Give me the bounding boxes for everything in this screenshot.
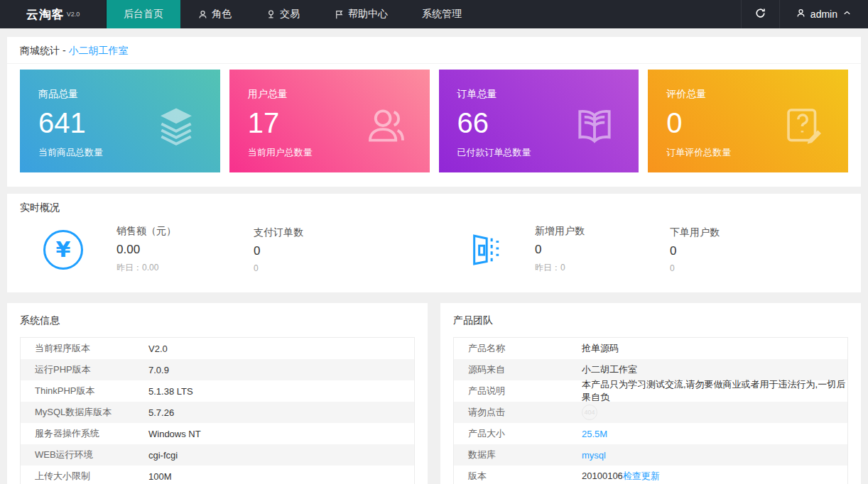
table-row: 运行PHP版本 7.0.9 [21, 359, 414, 380]
product-size-link[interactable]: 25.5M [582, 429, 607, 439]
row-value: 404 [582, 405, 597, 420]
check-update-link[interactable]: 检查更新 [623, 471, 660, 481]
stat-label: 支付订单数 [254, 226, 465, 239]
table-row: 产品说明 本产品只为学习测试交流,请勿要做商业或者用于违法行为,一切后果自负 [454, 380, 847, 402]
stat-card-products: 商品总量 641 当前商品总数量 [20, 70, 220, 172]
refresh-icon [754, 7, 766, 21]
stat-card-orders: 订单总量 66 已付款订单总数量 [439, 70, 639, 172]
table-row: 服务器操作系统 Windows NT [21, 423, 414, 444]
row-label: ThinkPHP版本 [21, 385, 148, 397]
nav-item-trade[interactable]: 交易 [249, 0, 317, 28]
do-not-click-badge[interactable]: 404 [582, 405, 597, 420]
realtime-stat-paid-orders: 支付订单数 0 0 [254, 226, 465, 273]
refresh-button[interactable] [741, 0, 779, 28]
system-info-table: 当前程序版本 V2.0 运行PHP版本 7.0.9 ThinkPHP版本 5.1… [20, 337, 415, 484]
nav-item-label: 角色 [212, 8, 232, 21]
nav-item-dashboard[interactable]: 后台首页 [107, 0, 180, 28]
table-row: 产品名称 抢单源码 [454, 338, 847, 359]
flag-icon [334, 9, 345, 20]
scale-icon [266, 9, 276, 20]
row-label: WEB运行环境 [21, 449, 148, 461]
row-value: Windows NT [148, 429, 201, 439]
row-label: 源码来自 [454, 363, 582, 376]
shop-stats-separator: - [63, 45, 66, 56]
row-value: mysql [582, 450, 606, 461]
stat-card-title: 用户总量 [248, 88, 411, 101]
version-value: 20100106 [582, 471, 623, 481]
stat-card-reviews: 评价总量 0 订单评价总数量 [648, 70, 848, 172]
table-row: ThinkPHP版本 5.1.38 LTS [21, 380, 414, 402]
nav-item-label: 系统管理 [422, 8, 462, 21]
stat-value: 0 [670, 244, 720, 258]
user-icon [796, 8, 806, 21]
system-info-title: 系统信息 [20, 314, 415, 327]
row-label: 产品说明 [454, 385, 582, 397]
stat-card-desc: 当前用户总数量 [248, 146, 411, 159]
logo[interactable]: 云淘客V2.0 [0, 0, 107, 28]
row-value: 小二胡工作室 [582, 363, 637, 376]
product-team-title: 产品团队 [453, 314, 848, 327]
row-label: 数据库 [454, 449, 582, 461]
product-team-table: 产品名称 抢单源码 源码来自 小二胡工作室 产品说明 本产品只为学习测试交流,请… [453, 337, 848, 484]
stat-label: 下单用户数 [670, 226, 720, 239]
table-row: WEB运行环境 cgi-fcgi [21, 444, 414, 466]
stat-card-desc: 已付款订单总数量 [457, 146, 621, 159]
row-label: 产品大小 [454, 427, 582, 440]
shop-stats-title: 商城统计 [20, 45, 60, 56]
table-row: 版本 20100106检查更新 [454, 466, 847, 484]
row-value: 5.7.26 [148, 407, 174, 418]
stat-label: 销售额（元） [116, 225, 254, 238]
nav-item-label: 交易 [280, 8, 300, 21]
nav-item-system[interactable]: 系统管理 [405, 0, 479, 28]
row-value: 100M [148, 471, 172, 482]
main-nav: 后台首页 角色 交易 帮助中心 系统管理 [107, 0, 741, 28]
table-row: 当前程序版本 V2.0 [21, 338, 414, 359]
row-value: 20100106检查更新 [582, 470, 660, 483]
logo-text: 云淘客 [26, 6, 65, 23]
stat-card-title: 订单总量 [457, 88, 621, 101]
topbar-right: admin [741, 0, 868, 28]
user-menu[interactable]: admin [779, 0, 868, 28]
nav-item-label: 后台首页 [124, 8, 163, 21]
nav-item-roles[interactable]: 角色 [180, 0, 249, 28]
stat-sub: 0 [254, 263, 465, 273]
row-label: 当前程序版本 [21, 342, 148, 355]
nav-item-label: 帮助中心 [348, 8, 388, 21]
system-info-panel: 系统信息 当前程序版本 V2.0 运行PHP版本 7.0.9 ThinkPHP版… [7, 303, 428, 484]
stat-cards: 商品总量 641 当前商品总数量 用户总量 17 当前用户总数量 订单总量 66… [7, 64, 861, 187]
shop-stats-panel: 商城统计 - 小二胡工作室 商品总量 641 当前商品总数量 用户总量 17 当… [7, 37, 861, 187]
row-label: 上传大小限制 [21, 470, 148, 483]
stat-value: 0 [254, 244, 465, 258]
topbar: 云淘客V2.0 后台首页 角色 交易 帮助中心 系统管理 [0, 0, 868, 28]
logo-version: V2.0 [67, 11, 80, 18]
studio-link[interactable]: 小二胡工作室 [68, 45, 128, 56]
bottom-panels: 系统信息 当前程序版本 V2.0 运行PHP版本 7.0.9 ThinkPHP版… [7, 303, 861, 484]
table-row: 上传大小限制 100M [21, 466, 414, 484]
nav-item-help[interactable]: 帮助中心 [317, 0, 405, 28]
table-row: 产品大小 25.5M [454, 423, 847, 444]
row-label: 产品名称 [454, 342, 582, 355]
product-team-panel: 产品团队 产品名称 抢单源码 源码来自 小二胡工作室 产品说明 本产品只为学习测… [440, 303, 861, 484]
row-value: V2.0 [148, 343, 168, 354]
row-label: 请勿点击 [454, 406, 582, 419]
database-link[interactable]: mysql [582, 450, 606, 461]
shop-stats-header: 商城统计 - 小二胡工作室 [7, 37, 861, 64]
yen-circle-icon: ¥ [43, 229, 84, 270]
stat-card-desc: 当前商品总数量 [38, 146, 202, 159]
stat-label: 新增用户数 [535, 225, 670, 238]
page-content: 商城统计 - 小二胡工作室 商品总量 641 当前商品总数量 用户总量 17 当… [0, 28, 868, 484]
user-icon [197, 9, 208, 20]
row-label: 服务器操作系统 [21, 427, 148, 440]
stat-card-users: 用户总量 17 当前用户总数量 [229, 70, 430, 172]
building-icon [465, 229, 506, 270]
row-label: MySQL数据库版本 [21, 406, 148, 419]
username: admin [810, 9, 837, 20]
table-row: 请勿点击 404 [454, 402, 847, 423]
realtime-stat-ordering-users: 下单用户数 0 0 [670, 226, 720, 273]
realtime-stat-sales: 销售额（元） 0.00 昨日：0.00 [116, 225, 254, 274]
realtime-panel: 实时概况 ¥ 销售额（元） 0.00 昨日：0.00 支付订单数 0 0 新增用… [7, 194, 861, 292]
note-question-icon [779, 104, 830, 148]
row-value: 5.1.38 LTS [148, 386, 193, 397]
layers-icon [151, 104, 202, 148]
realtime-title: 实时概况 [7, 194, 861, 221]
